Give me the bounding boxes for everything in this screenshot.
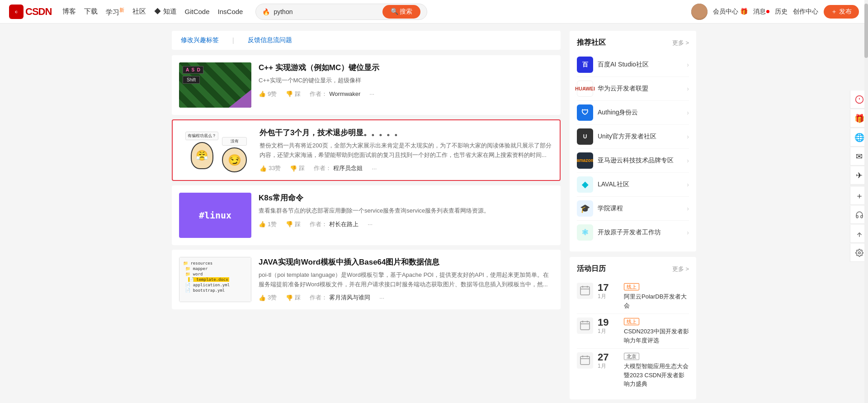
- article-card-highlighted[interactable]: 有编程功底么？ 😤 没有 😏 外包干了3个月，技术退步明显。。。。。 整份文档一…: [172, 119, 561, 181]
- communities-header: 推荐社区 更多 >: [577, 38, 689, 47]
- nav-community[interactable]: 社区: [132, 7, 146, 16]
- article-card[interactable]: 📁 resources 📁 mapper 📁 word 📄 template.d…: [172, 250, 561, 309]
- community-item-amazon[interactable]: amazon 亚马逊云科技技术品牌专区 ›: [577, 149, 689, 173]
- svg-text:C: C: [15, 10, 18, 14]
- dislike-btn[interactable]: 👎 踩: [286, 90, 301, 98]
- like-count[interactable]: 👍 9赞: [259, 90, 277, 98]
- community-item-huawei[interactable]: HUAWEI 华为云开发者联盟 ›: [577, 77, 689, 101]
- nav-right: 会员中心 🎁 消息 历史 创作中心 ＋ 发布: [691, 4, 859, 20]
- chevron-icon: ›: [687, 157, 689, 164]
- more-btn[interactable]: ···: [372, 165, 377, 172]
- logo[interactable]: C CSDN: [9, 5, 52, 19]
- community-item-unity[interactable]: U Unity官方开发者社区 ›: [577, 125, 689, 149]
- event-month: 1月: [598, 327, 619, 335]
- scrollbar[interactable]: [864, 0, 868, 403]
- article-thumbnail: A S D Shift: [179, 62, 251, 108]
- author-name[interactable]: 雾月清风与谁同: [329, 294, 370, 302]
- community-left: HUAWEI 华为云开发者联盟: [577, 81, 648, 97]
- game-key-shift: Shift: [183, 76, 200, 84]
- article-body: 外包干了3个月，技术退步明显。。。。。 整份文档一共有将近200页，全部为大家展…: [259, 128, 552, 173]
- article-body: C++ 实现游戏（例如MC）键位显示 C++实现一个MC的键位显示，超级像样 👍…: [259, 62, 553, 108]
- like-count[interactable]: 👍 1赞: [259, 220, 277, 228]
- event-item-3[interactable]: 27 1月 北京 大模型智能应用生态大会暨2023 CSDN开发者影响力盛典: [577, 349, 689, 392]
- article-title[interactable]: 外包干了3个月，技术退步明显。。。。。: [259, 128, 552, 138]
- nav-create[interactable]: 创作中心: [793, 8, 818, 16]
- code-line: 📁 resources: [183, 261, 247, 266]
- community-item-laval[interactable]: ◆ LAVAL社区 ›: [577, 173, 689, 197]
- community-left: amazon 亚马逊云科技技术品牌专区: [577, 152, 674, 169]
- event-calendar-icon: [577, 283, 593, 299]
- article-body: JAVA实现向Word模板中插入Base64图片和数据信息 poi-tl（poi…: [259, 257, 553, 302]
- filter-divider: |: [232, 37, 234, 44]
- baidu-logo: 百: [577, 57, 593, 73]
- article-thumbnail: 📁 resources 📁 mapper 📁 word 📄 template.d…: [179, 257, 251, 302]
- nav-messages[interactable]: 消息: [753, 8, 769, 16]
- search-button[interactable]: 🔍 搜索: [382, 5, 421, 19]
- community-item-baidu[interactable]: 百 百度AI Studio社区 ›: [577, 53, 689, 77]
- community-name: Authing身份云: [598, 109, 638, 117]
- article-thumbnail: #linux: [179, 193, 251, 238]
- event-item-1[interactable]: 17 1月 线上 阿里云PolarDB开发者大会: [577, 279, 689, 314]
- communities-title: 推荐社区: [577, 38, 606, 47]
- article-title[interactable]: JAVA实现向Word模板中插入Base64图片和数据信息: [259, 257, 553, 268]
- chevron-icon: ›: [687, 133, 689, 140]
- communities-more[interactable]: 更多 >: [672, 39, 689, 47]
- filter-bar: 修改兴趣标签 | 反馈信息流问题: [172, 31, 561, 50]
- search-input[interactable]: [274, 8, 378, 15]
- dislike-btn[interactable]: 👎 踩: [290, 164, 305, 172]
- article-desc: poi-tl（poi template language）是Word模板引擎，基…: [259, 270, 553, 289]
- author-name[interactable]: 程序员念姐: [333, 164, 363, 172]
- author-label: 作者：雾月清风与谁同: [310, 294, 370, 302]
- dislike-btn[interactable]: 👎 踩: [286, 220, 301, 228]
- dislike-btn[interactable]: 👎 踩: [286, 294, 301, 302]
- event-day: 27: [598, 352, 619, 362]
- nav-zhidao[interactable]: ◆ 知道: [154, 7, 176, 16]
- navbar: C CSDN 博客 下载 学习新 社区 ◆ 知道 GitCode InsCode…: [0, 0, 868, 24]
- article-card[interactable]: #linux K8s常用命令 查看集群各节点的状态部署应用删除一个service…: [172, 185, 561, 245]
- article-title[interactable]: C++ 实现游戏（例如MC）键位显示: [259, 62, 553, 73]
- more-btn[interactable]: ···: [369, 90, 374, 97]
- feedback-link[interactable]: 反馈信息流问题: [248, 36, 292, 44]
- avatar[interactable]: [691, 4, 708, 20]
- article-card[interactable]: A S D Shift C++ 实现游戏（例如MC）键位显示 C++实现一个MC…: [172, 55, 561, 115]
- community-item-authing[interactable]: 🛡 Authing身份云 ›: [577, 101, 689, 125]
- article-title[interactable]: K8s常用命令: [259, 193, 553, 204]
- events-more[interactable]: 更多 >: [672, 265, 689, 273]
- article-body: K8s常用命令 查看集群各节点的状态部署应用删除一个service服务查询ser…: [259, 193, 553, 238]
- events-section: 活动日历 更多 > 17 1月: [570, 257, 696, 399]
- nav-history[interactable]: 历史: [775, 8, 788, 16]
- logo-text: CSDN: [25, 6, 52, 18]
- author-label: 作者：程序员念姐: [314, 164, 363, 172]
- community-name: 学院课程: [598, 204, 623, 213]
- code-line: 📄 application.yml: [183, 283, 247, 287]
- author-name[interactable]: Wormwaker: [329, 90, 360, 97]
- more-btn[interactable]: ···: [368, 221, 373, 228]
- author-name[interactable]: 村长在路上: [329, 220, 359, 228]
- article-desc: 整份文档一共有将近200页，全部为大家展示出来肯定是不太现实的，为了不影响大家的…: [259, 141, 552, 160]
- svg-rect-2: [580, 287, 590, 295]
- meme-face-right: 😏: [222, 147, 247, 172]
- modify-tag-link[interactable]: 修改兴趣标签: [181, 36, 219, 44]
- event-calendar-icon: [577, 318, 593, 334]
- community-left: 百 百度AI Studio社区: [577, 57, 649, 73]
- like-count[interactable]: 👍 33赞: [259, 164, 281, 172]
- event-content: 19 1月: [598, 318, 619, 335]
- event-item-2[interactable]: 19 1月 线上 CSDN2023中国开发者影响力年度评选: [577, 314, 689, 349]
- nav-gitcode[interactable]: GitCode: [185, 8, 210, 15]
- publish-button[interactable]: ＋ 发布: [824, 5, 859, 19]
- scrollbar-thumb[interactable]: [864, 4, 868, 58]
- community-name: 亚马逊云科技技术品牌专区: [598, 156, 674, 165]
- community-item-academy[interactable]: 🎓 学院课程 ›: [577, 197, 689, 221]
- nav-vip[interactable]: 会员中心 🎁: [713, 8, 748, 16]
- community-item-atom[interactable]: ⚛ 开放原子开发者工作坊 ›: [577, 221, 689, 244]
- game-key-a: A S D: [183, 66, 203, 74]
- more-btn[interactable]: ···: [379, 294, 384, 301]
- like-count[interactable]: 👍 3赞: [259, 294, 277, 302]
- nav-learn[interactable]: 学习新: [106, 7, 124, 17]
- nav-inscode[interactable]: InsCode: [218, 8, 243, 15]
- sidebar: 推荐社区 更多 > 百 百度AI Studio社区 › HUAWEI: [570, 31, 696, 403]
- nav-blog[interactable]: 博客: [62, 7, 76, 16]
- community-name: 华为云开发者联盟: [598, 85, 648, 93]
- nav-download[interactable]: 下载: [84, 7, 98, 16]
- event-detail: 线上 阿里云PolarDB开发者大会: [624, 283, 689, 310]
